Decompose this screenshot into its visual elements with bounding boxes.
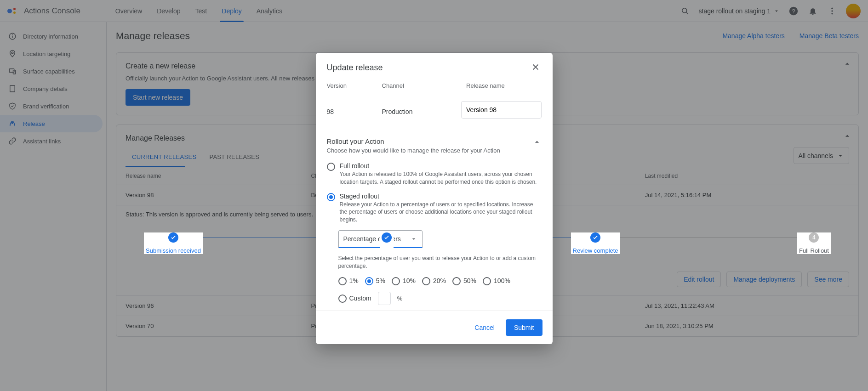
- check-icon: [168, 232, 178, 243]
- chevron-down-icon: [410, 235, 417, 243]
- radio-20pct[interactable]: [422, 277, 430, 285]
- step-4-number: 4: [809, 232, 819, 243]
- modal-title: Update release: [327, 63, 383, 73]
- pct-hint: Select the percentage of user you want t…: [338, 255, 542, 270]
- staged-rollout-desc: Release your Action to a percentage of u…: [340, 201, 542, 224]
- custom-pct-input[interactable]: [378, 292, 391, 305]
- rollout-title: Rollout your Action: [327, 137, 500, 145]
- step-3-label: Review complete: [573, 247, 618, 254]
- radio-staged-rollout[interactable]: [327, 193, 335, 201]
- version-value: 98: [327, 98, 373, 115]
- radio-full-rollout[interactable]: [327, 163, 335, 171]
- check-icon: [382, 232, 392, 243]
- release-name-label: Release name: [466, 82, 542, 89]
- radio-5pct[interactable]: [365, 277, 373, 285]
- full-rollout-title: Full rollout: [340, 162, 542, 170]
- radio-10pct[interactable]: [392, 277, 400, 285]
- step-1-label: Submission received: [146, 247, 201, 254]
- full-rollout-desc: Your Action is released to 100% of Googl…: [340, 170, 542, 186]
- step-4-label: Full Rollout: [799, 247, 829, 254]
- check-icon: [590, 232, 600, 243]
- submit-button[interactable]: Submit: [506, 319, 542, 336]
- channel-value: Production: [382, 98, 452, 115]
- chevron-up-icon[interactable]: [532, 137, 542, 147]
- version-label: Version: [327, 82, 373, 89]
- rollout-subtitle: Choose how you would like to manage the …: [327, 147, 500, 154]
- channel-label: Channel: [382, 82, 457, 89]
- staged-rollout-title: Staged rollout: [340, 193, 542, 200]
- pct-suffix: %: [397, 295, 403, 302]
- release-name-input[interactable]: [461, 101, 542, 119]
- radio-custom-pct[interactable]: [338, 295, 347, 303]
- radio-100pct[interactable]: [483, 277, 491, 285]
- radio-1pct[interactable]: [338, 277, 347, 285]
- close-icon[interactable]: [531, 62, 542, 73]
- radio-50pct[interactable]: [452, 277, 461, 285]
- cancel-button[interactable]: Cancel: [470, 319, 499, 336]
- modal-scrim: Update release Version Channel Release n…: [0, 0, 868, 391]
- update-release-modal: Update release Version Channel Release n…: [316, 53, 553, 344]
